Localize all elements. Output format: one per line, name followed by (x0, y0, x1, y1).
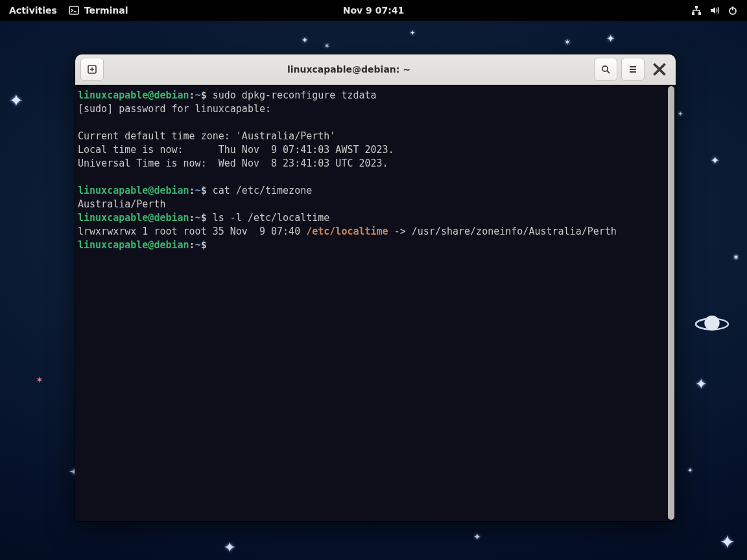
star-icon: ✦ (678, 110, 683, 117)
current-app-label: Terminal (84, 5, 128, 16)
prompt-user-host: linuxcapable@debian (78, 185, 189, 196)
star-icon: ✦ (695, 376, 707, 392)
terminal-window: linuxcapable@debian: ~ linuxcapable@debi… (75, 54, 676, 521)
activities-button[interactable]: Activities (9, 5, 57, 16)
current-app-indicator[interactable]: Terminal (69, 5, 128, 16)
svg-rect-4 (695, 6, 698, 8)
command-2: cat /etc/timezone (207, 185, 313, 196)
new-tab-button[interactable] (80, 58, 104, 81)
star-icon: ✦ (720, 531, 735, 553)
output-line: Local time is now: Thu Nov 9 07:41:03 AW… (78, 144, 394, 156)
window-title: linuxcapable@debian: ~ (108, 64, 590, 75)
star-icon: ✶ (564, 38, 571, 47)
star-icon: ✦ (224, 539, 235, 555)
svg-point-0 (696, 319, 728, 330)
svg-rect-6 (698, 12, 701, 15)
star-icon: ✦ (711, 154, 719, 167)
star-icon: ✶ (36, 375, 43, 385)
volume-icon[interactable] (709, 5, 720, 16)
terminal-app-icon (69, 5, 79, 16)
output-line: Current default time zone: 'Australia/Pe… (78, 130, 335, 142)
search-button[interactable] (594, 58, 617, 81)
svg-point-2 (696, 319, 728, 330)
command-3: ls -l /etc/localtime (207, 212, 330, 224)
output-line: Universal Time is now: Wed Nov 8 23:41:0… (78, 158, 388, 169)
window-titlebar[interactable]: linuxcapable@debian: ~ (75, 54, 676, 85)
command-4 (207, 239, 213, 251)
prompt-user-host: linuxcapable@debian (78, 239, 189, 251)
star-icon: ✦ (302, 36, 308, 45)
svg-rect-5 (692, 12, 694, 15)
clock[interactable]: Nov 9 07:41 (343, 5, 405, 16)
gnome-topbar: Activities Terminal Nov 9 07:41 (0, 0, 747, 21)
svg-point-1 (704, 316, 719, 331)
star-icon: ✶ (733, 253, 739, 262)
output-line: [sudo] password for linuxcapable: (78, 103, 277, 115)
output-line: lrwxrwxrwx 1 root root 35 Nov 9 07:40 (78, 226, 306, 237)
svg-rect-3 (69, 6, 78, 14)
prompt-user-host: linuxcapable@debian (78, 212, 189, 224)
output-line: Australia/Perth (78, 198, 165, 210)
hamburger-menu-button[interactable] (621, 58, 645, 81)
planet-icon (694, 311, 730, 337)
terminal-scrollbar[interactable] (668, 86, 674, 520)
star-icon: ✦ (9, 91, 23, 110)
star-icon: ✦ (606, 32, 615, 45)
star-icon: ✦ (410, 29, 415, 36)
terminal-content[interactable]: linuxcapable@debian:~$ sudo dpkg-reconfi… (75, 85, 676, 521)
symlink-path: /etc/localtime (306, 226, 388, 237)
network-icon[interactable] (691, 5, 702, 16)
output-line: -> /usr/share/zoneinfo/Australia/Perth (388, 226, 617, 237)
star-icon: ✶ (324, 42, 329, 49)
power-icon[interactable] (728, 5, 738, 16)
svg-point-9 (602, 66, 608, 71)
star-icon: ✦ (687, 467, 693, 474)
star-icon: ✦ (473, 531, 481, 542)
prompt-user-host: linuxcapable@debian (78, 89, 189, 101)
command-1: sudo dpkg-reconfigure tzdata (207, 89, 377, 101)
close-button[interactable] (648, 58, 670, 80)
